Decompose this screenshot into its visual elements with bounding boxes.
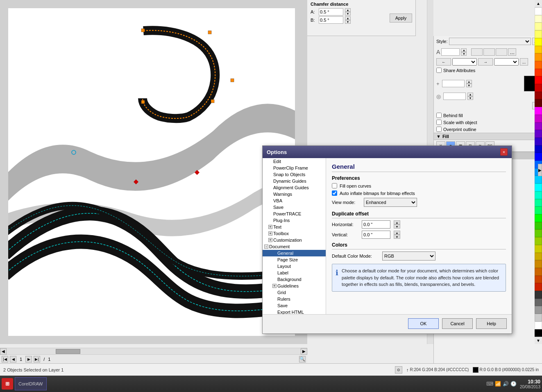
palette-swatch[interactable] — [535, 314, 542, 322]
tree-item-label[interactable]: Label — [263, 270, 326, 276]
tree-item-pagesize[interactable]: Page Size — [263, 256, 326, 263]
font-size-up[interactable]: ▲ — [461, 48, 467, 52]
palette-swatch[interactable] — [535, 130, 542, 138]
arrow-right-btn[interactable]: → — [478, 58, 493, 66]
palette-swatch[interactable] — [535, 153, 542, 161]
tree-item-guidelines[interactable]: Guidelines — [263, 283, 326, 289]
horizontal-input[interactable] — [362, 220, 390, 229]
palette-swatch[interactable] — [535, 199, 542, 207]
tree-item-exporthtml[interactable]: Export HTML — [263, 309, 326, 314]
vertical-input[interactable] — [362, 231, 390, 239]
palette-swatch[interactable] — [535, 291, 542, 299]
auto-inflate-checkbox[interactable] — [332, 190, 337, 196]
fill-spinner-2[interactable]: ▲ ▼ — [467, 93, 473, 100]
line-style-3[interactable] — [496, 48, 507, 56]
tree-item-edit[interactable]: Edit — [263, 158, 326, 165]
overprint-outline-checkbox[interactable] — [436, 127, 442, 132]
palette-swatch[interactable] — [535, 53, 542, 61]
apply-button[interactable]: Apply — [390, 14, 412, 23]
color-mode-select[interactable]: RGB CMYK Grayscale — [382, 252, 435, 261]
nav-prev-btn[interactable]: ◀ — [10, 356, 16, 363]
font-size-down[interactable]: ▼ — [461, 52, 467, 56]
palette-swatch[interactable] — [535, 222, 542, 230]
palette-swatch[interactable] — [535, 276, 542, 283]
chamfer-a-spinner[interactable]: ▲ ▼ — [345, 8, 351, 16]
line-select[interactable] — [452, 58, 477, 66]
line-style-more[interactable]: ... — [508, 48, 516, 56]
palette-swatch[interactable] — [535, 184, 542, 191]
tree-item-save[interactable]: Save — [263, 204, 326, 211]
palette-swatch[interactable] — [535, 84, 542, 92]
vertical-spinner[interactable]: ▲ ▼ — [394, 231, 400, 239]
palette-swatch[interactable] — [535, 15, 542, 23]
fill-open-curves-checkbox[interactable] — [332, 183, 337, 188]
palette-swatch[interactable] — [535, 99, 542, 107]
tree-item-document[interactable]: Document — [263, 243, 326, 250]
tree-item-background[interactable]: Background — [263, 276, 326, 283]
chamfer-a-down[interactable]: ▼ — [345, 12, 351, 16]
line-style-2[interactable] — [483, 48, 495, 56]
chamfer-a-up[interactable]: ▲ — [345, 8, 351, 12]
horizontal-scrollbar[interactable]: ◀ ▶ — [0, 348, 307, 354]
vertical-up[interactable]: ▲ — [394, 231, 400, 235]
cancel-button[interactable]: Cancel — [442, 318, 473, 329]
palette-swatch[interactable] — [535, 61, 542, 69]
line-select-2[interactable] — [494, 58, 519, 66]
palette-swatch[interactable] — [535, 206, 542, 214]
tree-item-rulers[interactable]: Rulers — [263, 296, 326, 302]
palette-swatch[interactable] — [535, 229, 542, 237]
fill-spinner-1[interactable]: ▲ ▼ — [466, 80, 472, 87]
view-mode-select[interactable]: Enhanced Normal Wireframe Draft — [364, 198, 417, 207]
tree-item-snap[interactable]: Snap to Objects — [263, 171, 326, 178]
palette-swatch[interactable] — [535, 23, 542, 30]
palette-swatch[interactable] — [535, 38, 542, 46]
tree-item-toolbox[interactable]: Toolbox — [263, 230, 326, 237]
zoom-btn[interactable]: 🔍 — [299, 356, 306, 363]
chamfer-a-input[interactable] — [319, 8, 343, 16]
tree-item-grid[interactable]: Grid — [263, 289, 326, 296]
fill-down-1[interactable]: ▼ — [466, 84, 472, 87]
palette-swatch[interactable] — [535, 107, 542, 115]
palette-swatch[interactable] — [535, 283, 542, 291]
help-button[interactable]: Help — [476, 318, 507, 329]
chamfer-b-input[interactable] — [319, 16, 343, 24]
start-btn[interactable]: ⊞ — [2, 378, 13, 390]
line-style-1[interactable] — [471, 48, 483, 56]
palette-swatch[interactable] — [535, 322, 542, 329]
nav-last-btn[interactable]: ▶| — [34, 356, 40, 363]
tree-item-text[interactable]: Text — [263, 224, 326, 230]
palette-swatch[interactable] — [535, 76, 542, 84]
palette-swatch[interactable] — [535, 253, 542, 261]
tree-item-customization[interactable]: Customization — [263, 237, 326, 243]
panel-collapse-arrow[interactable]: ▶ — [538, 164, 542, 176]
horizontal-up[interactable]: ▲ — [394, 220, 400, 224]
line-more-btn[interactable]: ... — [520, 58, 528, 66]
palette-swatch[interactable] — [535, 115, 542, 122]
behind-fill-checkbox[interactable] — [436, 113, 442, 118]
hscroll-left[interactable]: ◀ — [0, 348, 7, 355]
chamfer-b-down[interactable]: ▼ — [345, 20, 351, 24]
hscroll-right[interactable]: ▶ — [301, 348, 307, 355]
palette-swatch[interactable] — [535, 329, 542, 337]
chamfer-b-spinner[interactable]: ▲ ▼ — [345, 16, 351, 24]
horizontal-down[interactable]: ▼ — [394, 224, 400, 229]
palette-swatch[interactable] — [535, 214, 542, 222]
tree-item-vba[interactable]: VBA — [263, 197, 326, 204]
hscroll-thumb[interactable] — [56, 349, 80, 354]
fill-up-2[interactable]: ▲ — [467, 93, 473, 96]
palette-swatch[interactable] — [535, 299, 542, 306]
tree-item-plugins[interactable]: Plug-Ins — [263, 217, 326, 224]
tree-item-powertrace[interactable]: PowerTRACE — [263, 211, 326, 217]
palette-swatch[interactable] — [535, 92, 542, 100]
taskbar-app-btn-1[interactable]: CorelDRAW — [15, 377, 47, 390]
tree-item-warnings[interactable]: Warnings — [263, 191, 326, 197]
palette-swatch[interactable] — [535, 122, 542, 130]
nav-first-btn[interactable]: |◀ — [2, 356, 8, 363]
tree-item-layout[interactable]: Layout — [263, 263, 326, 270]
palette-swatch[interactable] — [535, 176, 542, 184]
chamfer-b-up[interactable]: ▲ — [345, 16, 351, 20]
scale-with-object-checkbox[interactable] — [436, 120, 442, 125]
horizontal-spinner[interactable]: ▲ ▼ — [394, 220, 400, 229]
palette-swatch[interactable] — [535, 69, 542, 77]
font-size-input[interactable] — [441, 48, 460, 56]
